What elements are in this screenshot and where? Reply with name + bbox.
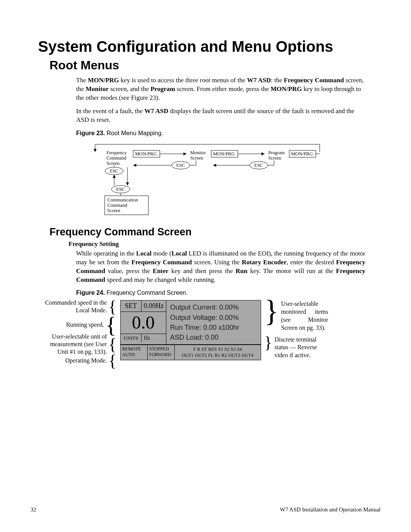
monitor-run-time: Run Time: 0.00 x100hr bbox=[170, 323, 257, 332]
mode-auto: AUTO bbox=[122, 352, 146, 358]
diagram-monprg-3: MON/PRG bbox=[291, 151, 313, 157]
figure-caption-text: Root Menu Mapping. bbox=[105, 130, 163, 136]
callout-commanded-speed: Commanded speed in the Local Mode. bbox=[42, 299, 107, 314]
svg-marker-6 bbox=[261, 152, 264, 155]
diagram-esc-2: ESC bbox=[176, 163, 185, 168]
lcd-screen: SET 0.00Hz 0.0 UNITS Hz Output Current: … bbox=[120, 300, 261, 360]
text: The bbox=[76, 77, 88, 84]
callout-running-speed: Running speed. bbox=[66, 321, 104, 329]
diagram-comm-label3: Screen bbox=[107, 208, 121, 213]
terminal-row-2: OUT1 OUT2 FL R1 R2 OUT3 OUT4 bbox=[177, 352, 258, 359]
text: Local bbox=[136, 250, 152, 257]
text: key is used to access the three root men… bbox=[119, 77, 247, 84]
page-footer: 32 W7 ASD Installation and Operation Man… bbox=[30, 506, 381, 513]
text: Frequency Command bbox=[284, 77, 344, 84]
doc-title: W7 ASD Installation and Operation Manual bbox=[280, 506, 381, 513]
set-label: SET bbox=[121, 300, 142, 312]
text: Program bbox=[150, 85, 175, 93]
text: Enter bbox=[153, 267, 169, 275]
figure-label: Figure 23. bbox=[76, 130, 105, 136]
svg-marker-0 bbox=[94, 149, 97, 152]
text: MON/PRG bbox=[271, 85, 302, 93]
mode-forward: FORWARD bbox=[149, 352, 173, 358]
diagram-freq-label1: Frequency bbox=[107, 150, 127, 155]
text: Monitor bbox=[86, 85, 108, 93]
diagram-comm-label2: Command bbox=[107, 203, 127, 208]
monitor-asd-load: ASD Load: 0.00 bbox=[170, 332, 257, 342]
svg-marker-3 bbox=[183, 152, 186, 155]
units-value: Hz bbox=[142, 334, 166, 342]
diagram-monitor-label1: Monitor bbox=[190, 150, 206, 155]
mode-col-2: STOPPED FORWARD bbox=[148, 345, 175, 360]
diagram-program-label1: Program bbox=[268, 150, 285, 155]
page-number: 32 bbox=[30, 506, 36, 513]
figure-24-diagram: Commanded speed in the Local Mode.{ Runn… bbox=[42, 300, 365, 369]
callout-discrete-terminal: Discrete terminal status — Reverse video… bbox=[274, 336, 328, 359]
text: W7 ASD bbox=[247, 77, 271, 84]
screen-left-panel: SET 0.00Hz 0.0 UNITS Hz bbox=[121, 300, 166, 344]
text: mode ( bbox=[151, 250, 171, 257]
terminal-status: F R ST RES S1 S2 S3 S4 OUT1 OUT2 FL R1 R… bbox=[175, 345, 261, 360]
diagram-monitor-label2: Screen bbox=[190, 155, 204, 161]
text: speed and may be changed while running. bbox=[105, 276, 216, 283]
diagram-program-label2: Screen bbox=[268, 155, 282, 161]
text: : the bbox=[271, 77, 284, 84]
terminal-row-1: F R ST RES S1 S2 S3 S4 bbox=[177, 346, 258, 353]
callout-monitored-items: User-selectable monitored items (see Mon… bbox=[281, 300, 328, 332]
mode-stopped: STOPPED bbox=[149, 346, 173, 352]
text: , enter the desired bbox=[287, 259, 336, 266]
text: MON/PRG bbox=[88, 77, 119, 84]
diagram-esc-4: ESC bbox=[116, 187, 125, 192]
diagram-freq-label2: Command bbox=[107, 155, 127, 161]
mode-col-1: REMOTE AUTO bbox=[121, 345, 148, 360]
left-callouts: Commanded speed in the Local Mode.{ Runn… bbox=[42, 300, 118, 369]
text: In the event of a fault, the bbox=[76, 107, 144, 115]
text: screen. Using the bbox=[192, 259, 242, 266]
root-menus-para1: The MON/PRG key is used to access the th… bbox=[76, 76, 365, 102]
running-speed-value: 0.0 bbox=[121, 312, 166, 334]
text: screen, and the bbox=[108, 85, 150, 93]
figure-label: Figure 24. bbox=[76, 289, 105, 296]
mode-remote: REMOTE bbox=[122, 346, 146, 352]
section-root-menus-heading: Root Menus bbox=[49, 58, 381, 72]
figure-23-diagram: Frequency Command Screen MON/PRG Monitor… bbox=[76, 141, 365, 217]
text: Frequency Command bbox=[131, 259, 192, 266]
svg-marker-23 bbox=[126, 182, 129, 185]
figure-caption-text: Frequency Command Screen. bbox=[105, 289, 188, 296]
root-menus-para2: In the event of a fault, the W7 ASD disp… bbox=[76, 107, 365, 125]
svg-marker-12 bbox=[133, 164, 136, 167]
figure-24-caption: Figure 24. Frequency Command Screen. bbox=[76, 289, 381, 296]
screen-monitor-panel: Output Current: 0.00% Output Voltage: 0.… bbox=[166, 300, 261, 344]
diagram-esc-1: ESC bbox=[110, 168, 118, 174]
diagram-comm-label1: Communication bbox=[107, 197, 138, 203]
monitor-output-voltage: Output Voltage: 0.00% bbox=[170, 313, 257, 323]
right-callouts: } User-selectable monitored items (see M… bbox=[263, 300, 328, 363]
units-label: UNITS bbox=[121, 334, 142, 342]
svg-marker-17 bbox=[213, 164, 216, 167]
set-value: 0.00Hz bbox=[142, 300, 166, 312]
text: While operating in the bbox=[76, 250, 136, 257]
monitor-output-current: Output Current: 0.00% bbox=[170, 302, 257, 312]
text: value, press the bbox=[105, 267, 153, 275]
page-title: System Configuration and Menu Options bbox=[38, 38, 381, 55]
diagram-esc-3: ESC bbox=[254, 163, 263, 168]
text: screen. From either mode, press the bbox=[175, 85, 271, 93]
text: Run bbox=[236, 267, 247, 275]
text: W7 ASD bbox=[144, 107, 168, 115]
section-freq-cmd-heading: Frequency Command Screen bbox=[49, 226, 381, 238]
callout-user-unit: User-selectable unit of measurement (see… bbox=[42, 333, 107, 356]
diagram-monprg-2: MON/PRG bbox=[213, 151, 235, 157]
text: key. The motor will run at the bbox=[247, 267, 336, 275]
freq-setting-heading: Frequency Setting bbox=[68, 240, 381, 248]
text: key and then press the bbox=[169, 267, 236, 275]
freq-setting-para: While operating in the Local mode (Local… bbox=[76, 249, 365, 284]
svg-marker-21 bbox=[113, 175, 116, 178]
diagram-monprg-1: MON/PRG bbox=[135, 151, 157, 157]
callout-operating-mode: Operating Mode. bbox=[65, 357, 107, 364]
figure-23-caption: Figure 23. Root Menu Mapping. bbox=[76, 130, 381, 137]
text: Local bbox=[172, 250, 187, 257]
text: Rotary Encoder bbox=[242, 259, 287, 266]
diagram-freq-label3: Screen bbox=[107, 161, 120, 166]
